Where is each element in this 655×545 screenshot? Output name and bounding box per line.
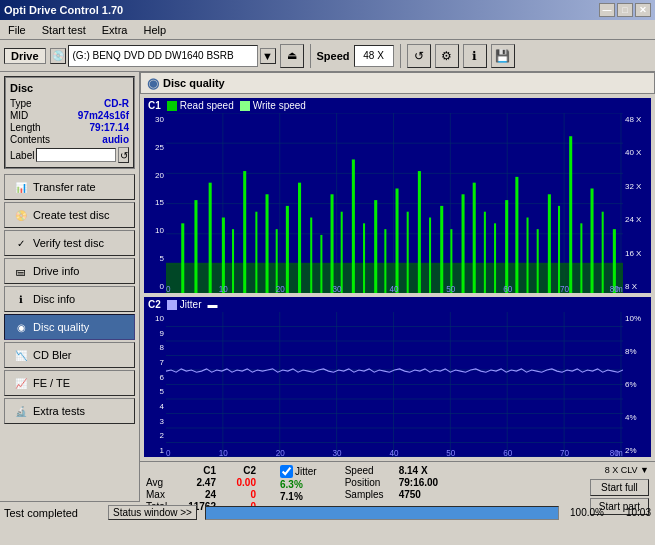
close-button[interactable]: ✕ (635, 3, 651, 17)
maximize-button[interactable]: □ (617, 3, 633, 17)
refresh-button[interactable]: ↺ (407, 44, 431, 68)
svg-rect-42 (473, 183, 476, 293)
position-label: Position (345, 477, 395, 488)
clv-label: 8 X CLV ▼ (590, 465, 649, 475)
nav-create-test-disc[interactable]: 📀 Create test disc (4, 202, 135, 228)
nav-drive-info[interactable]: 🖴 Drive info (4, 258, 135, 284)
nav-extra-tests[interactable]: 🔬 Extra tests (4, 398, 135, 424)
c1-y-axis: 30 25 20 15 10 5 0 (144, 113, 166, 293)
svg-rect-43 (484, 212, 486, 293)
svg-rect-54 (602, 212, 604, 293)
svg-text:30: 30 (333, 448, 342, 457)
status-window-button[interactable]: Status window >> (108, 505, 197, 520)
nav-disc-quality[interactable]: ◉ Disc quality (4, 314, 135, 340)
mid-key: MID (10, 110, 28, 121)
c1-chart-wrapper: 30 25 20 15 10 5 0 (144, 113, 651, 293)
nav-disc-info[interactable]: ℹ Disc info (4, 286, 135, 312)
jitter-checkbox[interactable] (280, 465, 293, 478)
drive-dropdown-btn[interactable]: ▼ (260, 48, 276, 64)
minimize-button[interactable]: — (599, 3, 615, 17)
c1-y-axis-right: 48 X 40 X 32 X 24 X 16 X 8 X (623, 113, 651, 293)
svg-rect-16 (181, 223, 184, 293)
c2-y-axis-right: 10% 8% 6% 4% 2% (623, 312, 651, 457)
contents-key: Contents (10, 134, 50, 145)
menu-extra[interactable]: Extra (98, 22, 132, 38)
sidebar: Disc Type CD-R MID 97m24s16f Length 79:1… (0, 72, 140, 501)
svg-text:50: 50 (446, 283, 455, 293)
c1-avg: 2.47 (180, 477, 216, 488)
svg-rect-47 (527, 218, 529, 293)
jitter-range-indicator: ▬ (207, 299, 217, 310)
c1-chart-area: C1 Read speed Write speed 30 25 (144, 98, 651, 293)
menu-bar: File Start test Extra Help (0, 20, 655, 40)
start-full-button[interactable]: Start full (590, 479, 649, 496)
speed-position-stats: Speed 8.14 X Position 79:16.00 Samples 4… (345, 465, 438, 500)
stats-avg-row: Avg 2.47 0.00 (146, 477, 256, 488)
settings-button[interactable]: ⚙ (435, 44, 459, 68)
svg-rect-19 (222, 218, 225, 293)
label-key: Label (10, 150, 34, 161)
progress-bar-container (205, 506, 559, 520)
jitter-avg-row: 6.3% (280, 479, 317, 490)
disc-panel-title: Disc (10, 82, 129, 94)
jitter-max-val: 7.1% (280, 491, 303, 502)
jitter-stats: Jitter 6.3% 7.1% (280, 465, 317, 502)
svg-text:min: min (616, 448, 623, 457)
chart-title-bar: ◉ Disc quality (140, 72, 655, 94)
nav-fe-te[interactable]: 📈 FE / TE (4, 370, 135, 396)
svg-rect-25 (286, 206, 289, 293)
type-val: CD-R (104, 98, 129, 109)
main-content: ◉ Disc quality C1 Read speed Write speed (140, 72, 655, 501)
label-refresh-btn[interactable]: ↺ (118, 147, 129, 163)
svg-text:20: 20 (276, 283, 285, 293)
svg-rect-35 (396, 188, 399, 293)
c2-y-axis: 10 9 8 7 6 5 4 3 2 1 (144, 312, 166, 457)
eject-button[interactable]: ⏏ (280, 44, 304, 68)
disc-quality-icon: ◉ (13, 319, 29, 335)
mid-val: 97m24s16f (78, 110, 129, 121)
svg-rect-21 (243, 171, 246, 293)
disc-contents-row: Contents audio (10, 134, 129, 145)
stats-max-row: Max 24 0 (146, 489, 256, 500)
svg-rect-33 (374, 200, 377, 293)
svg-rect-27 (310, 218, 312, 293)
svg-rect-22 (255, 212, 257, 293)
speed-dropdown[interactable]: 48 X (354, 45, 394, 67)
contents-val: audio (102, 134, 129, 145)
status-text: Test completed (4, 507, 104, 519)
menu-start-test[interactable]: Start test (38, 22, 90, 38)
info-button[interactable]: ℹ (463, 44, 487, 68)
disc-length-row: Length 79:17.14 (10, 122, 129, 133)
title-bar: Opti Drive Control 1.70 — □ ✕ (0, 0, 655, 20)
nav-verify-test-disc[interactable]: ✓ Verify test disc (4, 230, 135, 256)
separator (310, 44, 311, 68)
create-test-icon: 📀 (13, 207, 29, 223)
jitter-avg-val: 6.3% (280, 479, 303, 490)
svg-rect-52 (580, 223, 582, 293)
disc-panel: Disc Type CD-R MID 97m24s16f Length 79:1… (4, 76, 135, 169)
menu-file[interactable]: File (4, 22, 30, 38)
type-key: Type (10, 98, 32, 109)
legend-write-speed: Write speed (240, 100, 306, 111)
svg-text:60: 60 (503, 448, 512, 457)
c2-chart-wrapper: 10 9 8 7 6 5 4 3 2 1 (144, 312, 651, 457)
drive-dropdown[interactable]: (G:) BENQ DVD DD DW1640 BSRB (68, 45, 258, 67)
svg-rect-23 (266, 194, 269, 293)
save-button[interactable]: 💾 (491, 44, 515, 68)
svg-rect-41 (462, 194, 465, 293)
legend-jitter: Jitter (167, 299, 202, 310)
svg-rect-20 (232, 229, 234, 293)
position-val: 79:16.00 (399, 477, 438, 488)
c2-chart: 0 10 20 30 40 50 60 70 80 min (166, 312, 623, 457)
svg-text:0: 0 (166, 448, 171, 457)
drive-label: Drive (4, 48, 46, 64)
menu-help[interactable]: Help (139, 22, 170, 38)
label-input[interactable] (36, 148, 116, 162)
main-layout: Disc Type CD-R MID 97m24s16f Length 79:1… (0, 72, 655, 501)
svg-text:10: 10 (219, 283, 228, 293)
nav-cd-bler[interactable]: 📉 CD Bler (4, 342, 135, 368)
disc-label-row: Label ↺ (10, 147, 129, 163)
nav-transfer-rate[interactable]: 📊 Transfer rate (4, 174, 135, 200)
svg-rect-30 (341, 212, 343, 293)
c2-chart-area: C2 Jitter ▬ 10 9 8 7 6 5 (144, 297, 651, 457)
